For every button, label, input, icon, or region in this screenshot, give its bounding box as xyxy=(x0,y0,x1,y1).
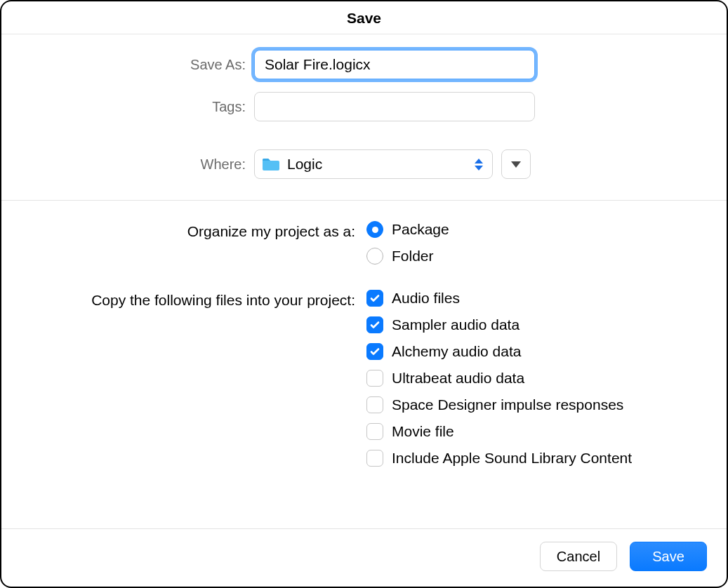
copy-option-apple-sound-library[interactable]: Include Apple Sound Library Content xyxy=(366,449,632,467)
copy-option-ultrabeat[interactable]: Ultrabeat audio data xyxy=(366,369,632,387)
tags-label: Tags: xyxy=(29,99,254,115)
copy-option-label: Include Apple Sound Library Content xyxy=(392,449,632,467)
organize-label: Organize my project as a: xyxy=(29,220,366,243)
checkbox-icon xyxy=(366,423,383,440)
copy-options: Audio files Sampler audio data Alchemy a… xyxy=(366,289,632,467)
copy-option-label: Ultrabeat audio data xyxy=(392,369,524,387)
copy-option-sampler-audio[interactable]: Sampler audio data xyxy=(366,316,632,334)
options-section: Organize my project as a: Package Folder… xyxy=(1,201,727,528)
organize-option-package[interactable]: Package xyxy=(366,220,449,239)
copy-option-label: Movie file xyxy=(392,422,454,441)
organize-option-label: Folder xyxy=(392,247,434,265)
save-as-label: Save As: xyxy=(29,57,254,73)
dialog-footer: Cancel Save xyxy=(1,528,727,587)
checkbox-icon xyxy=(366,316,383,333)
checkbox-icon xyxy=(366,450,383,467)
tags-input[interactable] xyxy=(254,92,535,121)
cancel-button[interactable]: Cancel xyxy=(540,542,617,571)
save-button[interactable]: Save xyxy=(630,542,707,571)
radio-icon xyxy=(366,248,383,265)
save-dialog: Save Save As: Tags: Where: xyxy=(0,0,728,588)
checkbox-icon xyxy=(366,370,383,387)
copy-option-label: Space Designer impulse responses xyxy=(392,396,623,414)
radio-icon xyxy=(366,221,383,238)
where-value: Logic xyxy=(287,156,322,173)
dialog-title: Save xyxy=(1,1,727,34)
updown-arrows-icon xyxy=(470,154,488,175)
copy-label: Copy the following files into your proje… xyxy=(29,289,366,312)
checkbox-icon xyxy=(366,343,383,360)
chevron-down-icon xyxy=(511,161,521,168)
checkbox-icon xyxy=(366,290,383,307)
save-as-input[interactable] xyxy=(254,50,535,79)
folder-icon xyxy=(262,156,280,172)
organize-option-label: Package xyxy=(392,220,449,239)
copy-option-movie-file[interactable]: Movie file xyxy=(366,422,632,441)
organize-option-folder[interactable]: Folder xyxy=(366,247,449,265)
file-info-section: Save As: Tags: Where: L xyxy=(1,34,727,200)
expand-disclosure-button[interactable] xyxy=(501,149,531,179)
copy-option-space-designer[interactable]: Space Designer impulse responses xyxy=(366,396,632,414)
copy-option-label: Alchemy audio data xyxy=(392,342,521,361)
organize-options: Package Folder xyxy=(366,220,449,265)
where-popup[interactable]: Logic xyxy=(254,149,493,179)
copy-option-label: Sampler audio data xyxy=(392,316,519,334)
copy-option-label: Audio files xyxy=(392,289,460,307)
copy-option-alchemy-audio[interactable]: Alchemy audio data xyxy=(366,342,632,361)
where-label: Where: xyxy=(29,156,254,173)
checkbox-icon xyxy=(366,396,383,413)
copy-option-audio-files[interactable]: Audio files xyxy=(366,289,632,307)
